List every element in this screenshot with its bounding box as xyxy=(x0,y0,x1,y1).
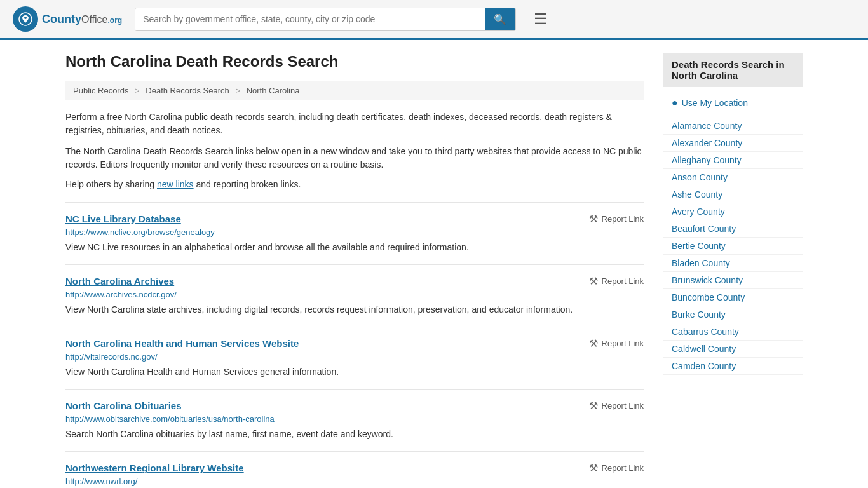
sidebar-county-link[interactable]: Ashe County xyxy=(672,189,722,200)
search-bar: 🔍 xyxy=(135,8,516,31)
result-title[interactable]: North Carolina Obituaries xyxy=(65,400,182,411)
result-header: Northwestern Regional Library Website ⚒ … xyxy=(65,462,644,474)
sidebar-county-item: Cabarrus County xyxy=(663,323,803,341)
report-link-button[interactable]: ⚒ Report Link xyxy=(589,213,644,225)
sidebar-county-item: Ashe County xyxy=(663,186,803,203)
logo-office-text: Office xyxy=(81,14,108,25)
sidebar-title: Death Records Search in North Carolina xyxy=(663,53,803,87)
report-link-icon: ⚒ xyxy=(589,462,598,474)
result-header: North Carolina Health and Human Services… xyxy=(65,337,644,349)
sidebar-location: ● Use My Location xyxy=(663,93,803,112)
sidebar-county-item: Buncombe County xyxy=(663,289,803,306)
sidebar-county-item: Burke County xyxy=(663,306,803,323)
result-header: North Carolina Obituaries ⚒ Report Link xyxy=(65,400,644,412)
sidebar-county-link[interactable]: Brunswick County xyxy=(672,275,743,285)
sidebar-county-link[interactable]: Beaufort County xyxy=(672,224,736,234)
result-url[interactable]: http://www.nwrl.org/ xyxy=(65,477,644,486)
menu-button[interactable]: ☰ xyxy=(529,8,553,30)
sidebar-county-link[interactable]: Buncombe County xyxy=(672,292,745,302)
report-link-label: Report Link xyxy=(602,401,644,410)
result-item: NC Live Library Database ⚒ Report Link h… xyxy=(65,202,644,264)
result-header: NC Live Library Database ⚒ Report Link xyxy=(65,213,644,225)
breadcrumb-death-records-search[interactable]: Death Records Search xyxy=(146,86,229,95)
location-pin-icon: ● xyxy=(672,97,678,109)
breadcrumb: Public Records > Death Records Search > … xyxy=(65,81,644,100)
report-link-icon: ⚒ xyxy=(589,337,598,349)
logo[interactable]: CountyOffice.org xyxy=(13,6,122,32)
logo-text: CountyOffice.org xyxy=(42,13,122,26)
sidebar-county-link[interactable]: Alamance County xyxy=(672,121,742,131)
sidebar-county-link[interactable]: Anson County xyxy=(672,172,728,182)
sidebar-county-item: Bertie County xyxy=(663,238,803,255)
report-link-button[interactable]: ⚒ Report Link xyxy=(589,275,644,287)
result-title[interactable]: NC Live Library Database xyxy=(65,214,181,224)
result-desc: View North Carolina Health and Human Ser… xyxy=(65,365,644,379)
result-header: North Carolina Archives ⚒ Report Link xyxy=(65,275,644,287)
sidebar-county-link[interactable]: Camden County xyxy=(672,361,736,371)
result-title[interactable]: North Carolina Health and Human Services… xyxy=(65,338,299,349)
sidebar-county-link[interactable]: Bertie County xyxy=(672,241,726,251)
site-header: CountyOffice.org 🔍 ☰ xyxy=(0,0,868,40)
result-url[interactable]: https://www.nclive.org/browse/genealogy xyxy=(65,227,644,237)
sidebar-county-link[interactable]: Alleghany County xyxy=(672,155,742,165)
description-1: Perform a free North Carolina public dea… xyxy=(65,111,644,137)
report-link-icon: ⚒ xyxy=(589,400,598,412)
sidebar-county-link[interactable]: Bladen County xyxy=(672,258,730,268)
sidebar-county-item: Caldwell County xyxy=(663,341,803,358)
main-content: North Carolina Death Records Search Publ… xyxy=(65,53,644,488)
sidebar: Death Records Search in North Carolina ●… xyxy=(663,53,803,488)
sidebar-county-item: Camden County xyxy=(663,358,803,375)
result-item: North Carolina Health and Human Services… xyxy=(65,327,644,389)
report-link-button[interactable]: ⚒ Report Link xyxy=(589,400,644,412)
page-title: North Carolina Death Records Search xyxy=(65,53,644,71)
report-link-button[interactable]: ⚒ Report Link xyxy=(589,462,644,474)
use-my-location-link[interactable]: Use My Location xyxy=(682,98,748,108)
new-links-link[interactable]: new links xyxy=(157,179,194,189)
sidebar-county-item: Alleghany County xyxy=(663,152,803,169)
logo-org-text: .org xyxy=(108,16,123,25)
report-link-button[interactable]: ⚒ Report Link xyxy=(589,337,644,349)
main-container: North Carolina Death Records Search Publ… xyxy=(53,40,815,488)
result-url[interactable]: http://vitalrecords.nc.gov/ xyxy=(65,352,644,362)
sidebar-county-item: Bladen County xyxy=(663,255,803,272)
sidebar-county-link[interactable]: Avery County xyxy=(672,207,725,217)
report-link-icon: ⚒ xyxy=(589,213,598,225)
sidebar-county-link[interactable]: Alexander County xyxy=(672,138,742,148)
result-title[interactable]: North Carolina Archives xyxy=(65,276,174,287)
share-prefix: Help others by sharing xyxy=(65,179,157,189)
result-title[interactable]: Northwestern Regional Library Website xyxy=(65,463,244,473)
sidebar-county-link[interactable]: Caldwell County xyxy=(672,344,736,354)
sidebar-county-item: Anson County xyxy=(663,169,803,186)
result-desc: View North Carolina state archives, incl… xyxy=(65,303,644,316)
result-desc: Search North Carolina obituaries by last… xyxy=(65,428,644,441)
sidebar-county-item: Beaufort County xyxy=(663,220,803,238)
result-url[interactable]: http://www.obitsarchive.com/obituaries/u… xyxy=(65,414,644,424)
sidebar-county-item: Brunswick County xyxy=(663,272,803,289)
results-container: NC Live Library Database ⚒ Report Link h… xyxy=(65,202,644,488)
sidebar-county-item: Avery County xyxy=(663,203,803,220)
svg-point-1 xyxy=(24,17,27,19)
share-suffix: and reporting broken links. xyxy=(194,179,301,189)
report-link-label: Report Link xyxy=(602,339,644,348)
result-url[interactable]: http://www.archives.ncdcr.gov/ xyxy=(65,290,644,299)
sidebar-county-link[interactable]: Cabarrus County xyxy=(672,327,739,337)
sidebar-county-item: Alexander County xyxy=(663,135,803,152)
county-list: Alamance CountyAlexander CountyAlleghany… xyxy=(663,118,803,375)
search-input[interactable] xyxy=(135,8,485,30)
breadcrumb-sep-2: > xyxy=(235,86,240,95)
logo-county-text: County xyxy=(42,13,81,26)
breadcrumb-north-carolina[interactable]: North Carolina xyxy=(247,86,300,95)
share-text: Help others by sharing new links and rep… xyxy=(65,179,644,189)
breadcrumb-sep-1: > xyxy=(135,86,140,95)
result-desc: View NC Live resources in an alphabetica… xyxy=(65,241,644,254)
report-link-label: Report Link xyxy=(602,214,644,224)
sidebar-county-link[interactable]: Burke County xyxy=(672,309,726,320)
result-item: North Carolina Archives ⚒ Report Link ht… xyxy=(65,264,644,327)
description-2: The North Carolina Death Records Search … xyxy=(65,145,644,172)
result-item: North Carolina Obituaries ⚒ Report Link … xyxy=(65,389,644,451)
sidebar-county-item: Alamance County xyxy=(663,118,803,135)
search-button[interactable]: 🔍 xyxy=(485,8,515,30)
breadcrumb-public-records[interactable]: Public Records xyxy=(73,86,128,95)
report-link-label: Report Link xyxy=(602,276,644,286)
report-link-icon: ⚒ xyxy=(589,275,598,287)
